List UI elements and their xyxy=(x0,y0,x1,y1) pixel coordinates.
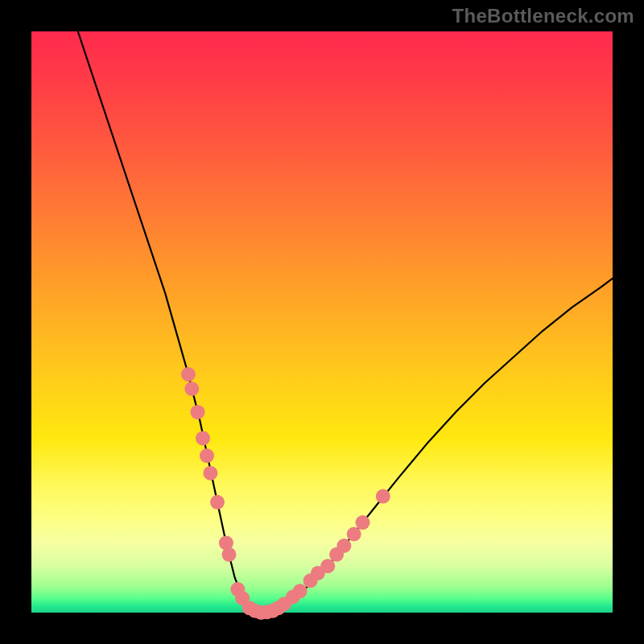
marker-dot xyxy=(181,367,196,382)
marker-dot xyxy=(196,431,210,445)
marker-dot xyxy=(320,559,335,573)
marker-dot xyxy=(336,539,351,553)
chart-svg xyxy=(31,31,613,613)
marker-group xyxy=(181,367,390,620)
marker-dot xyxy=(203,466,217,481)
marker-dot xyxy=(191,405,205,419)
plot-area xyxy=(31,31,613,613)
bottleneck-curve xyxy=(78,31,613,613)
watermark-text: TheBottleneck.com xyxy=(452,5,634,27)
marker-dot xyxy=(347,527,361,542)
marker-dot xyxy=(376,489,390,504)
marker-dot xyxy=(293,584,308,598)
marker-dot xyxy=(210,495,225,510)
marker-dot xyxy=(184,382,199,396)
chart-frame: TheBottleneck.com xyxy=(0,0,644,644)
marker-dot xyxy=(356,515,370,530)
marker-dot xyxy=(222,547,237,562)
marker-dot xyxy=(200,448,214,463)
